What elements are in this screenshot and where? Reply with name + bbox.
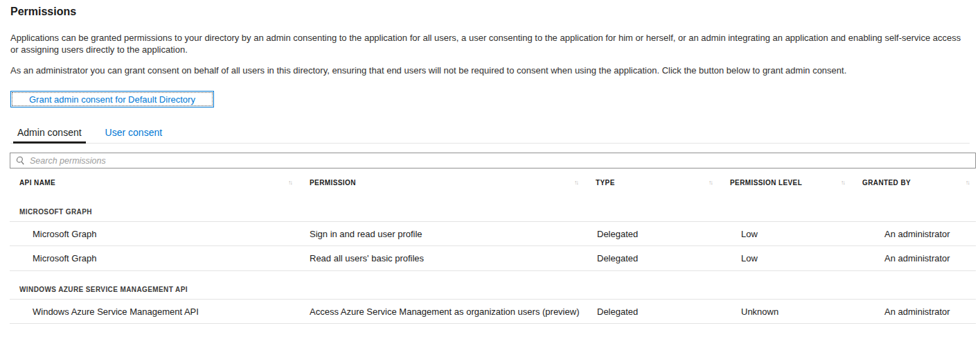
description-paragraph-1: Applications can be granted permissions … bbox=[10, 32, 970, 55]
permissions-blade: Permissions Applications can be granted … bbox=[0, 0, 980, 144]
cell-permission: Access Azure Service Management as organ… bbox=[310, 306, 596, 317]
table-row[interactable]: Microsoft Graph Read all users' basic pr… bbox=[10, 246, 976, 271]
search-input[interactable] bbox=[30, 156, 970, 166]
permissions-table-section: API NAME ↑↓ PERMISSION ↑↓ TYPE ↑↓ PERMIS… bbox=[10, 153, 976, 324]
sort-icon: ↑↓ bbox=[709, 180, 712, 186]
page-title: Permissions bbox=[10, 6, 970, 18]
column-header-label: API NAME bbox=[19, 179, 55, 187]
group-header-windows-azure-service-management-api: WINDOWS AZURE SERVICE MANAGEMENT API bbox=[10, 280, 976, 299]
cell-granted-by: An administrator bbox=[862, 306, 976, 317]
table-header-row: API NAME ↑↓ PERMISSION ↑↓ TYPE ↑↓ PERMIS… bbox=[10, 172, 976, 193]
search-permissions-box[interactable] bbox=[10, 153, 976, 168]
sort-icon: ↑↓ bbox=[288, 180, 292, 186]
column-header-label: TYPE bbox=[596, 179, 615, 187]
column-header-label: PERMISSION LEVEL bbox=[730, 179, 802, 187]
tab-admin-consent[interactable]: Admin consent bbox=[13, 125, 86, 143]
cell-permission: Sign in and read user profile bbox=[310, 229, 596, 239]
tab-user-consent[interactable]: User consent bbox=[101, 125, 166, 143]
description-paragraph-2: As an administrator you can grant consen… bbox=[10, 64, 970, 76]
cell-permission-level: Unknown bbox=[730, 306, 862, 317]
cell-type: Delegated bbox=[596, 306, 730, 317]
sort-icon: ↑↓ bbox=[965, 180, 969, 186]
cell-permission: Read all users' basic profiles bbox=[310, 253, 596, 263]
column-header-label: GRANTED BY bbox=[862, 179, 911, 187]
column-header-granted-by[interactable]: GRANTED BY ↑↓ bbox=[862, 172, 976, 193]
cell-granted-by: An administrator bbox=[862, 253, 976, 263]
cell-permission-level: Low bbox=[730, 253, 862, 263]
column-header-permission[interactable]: PERMISSION ↑↓ bbox=[310, 172, 596, 193]
cell-api-name: Microsoft Graph bbox=[19, 253, 310, 263]
consent-tabs: Admin consent User consent bbox=[10, 125, 970, 144]
sort-icon: ↑↓ bbox=[841, 180, 844, 186]
table-row[interactable]: Windows Azure Service Management API Acc… bbox=[10, 299, 976, 324]
cell-type: Delegated bbox=[596, 253, 730, 263]
column-header-type[interactable]: TYPE ↑↓ bbox=[596, 172, 730, 193]
cell-type: Delegated bbox=[596, 229, 730, 239]
grant-admin-consent-button[interactable]: Grant admin consent for Default Director… bbox=[10, 91, 214, 107]
column-header-permission-level[interactable]: PERMISSION LEVEL ↑↓ bbox=[730, 172, 862, 193]
column-header-label: PERMISSION bbox=[310, 179, 356, 187]
group-header-label: WINDOWS AZURE SERVICE MANAGEMENT API bbox=[19, 286, 730, 293]
group-header-microsoft-graph: MICROSOFT GRAPH bbox=[10, 202, 976, 221]
cell-permission-level: Low bbox=[730, 229, 862, 239]
cell-api-name: Windows Azure Service Management API bbox=[19, 306, 310, 317]
cell-granted-by: An administrator bbox=[862, 229, 976, 239]
search-icon bbox=[16, 156, 25, 165]
group-header-label: MICROSOFT GRAPH bbox=[19, 208, 310, 216]
column-header-api-name[interactable]: API NAME ↑↓ bbox=[19, 172, 310, 193]
cell-api-name: Microsoft Graph bbox=[19, 229, 310, 239]
sort-icon: ↑↓ bbox=[574, 180, 578, 186]
table-row[interactable]: Microsoft Graph Sign in and read user pr… bbox=[10, 221, 976, 246]
